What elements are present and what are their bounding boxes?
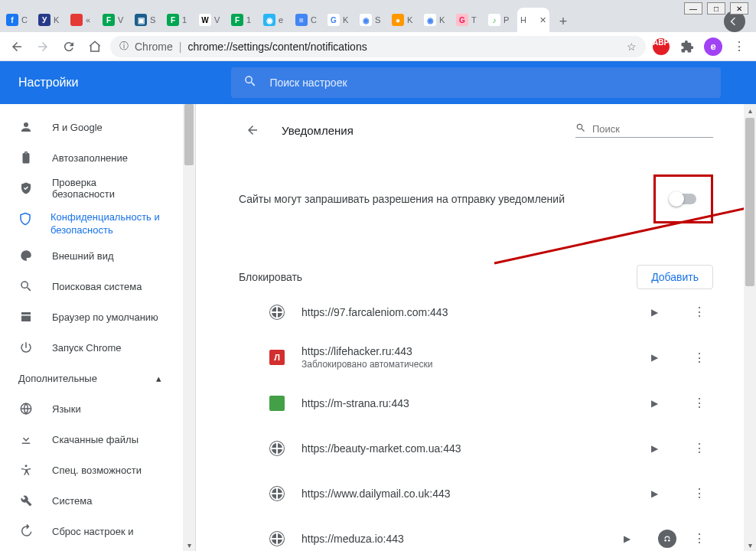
settings-search[interactable] [231, 67, 721, 98]
site-menu-icon[interactable]: ⋮ [686, 346, 713, 370]
tab-favicon: ▣ [135, 14, 147, 26]
globe-icon [269, 486, 285, 501]
address-bar[interactable]: ⓘ Chrome | chrome://settings/content/not… [110, 36, 646, 57]
site-menu-icon[interactable]: ⋮ [686, 481, 713, 505]
browser-tab[interactable]: ◉S [357, 8, 389, 32]
reload-button[interactable] [58, 36, 80, 57]
sidebar-item[interactable]: Спец. возможности [0, 455, 180, 485]
page-title: Уведомления [282, 124, 354, 137]
browser-tab[interactable]: F1 [228, 8, 260, 32]
sidebar-advanced-toggle[interactable]: Дополнительные▴ [0, 363, 180, 393]
tab-label: 1 [246, 15, 251, 24]
browser-tab[interactable]: ♪P [485, 8, 517, 32]
profile-avatar[interactable]: e [702, 36, 724, 57]
browser-tab[interactable]: F1 [164, 8, 196, 32]
browser-tab[interactable]: FV [99, 8, 132, 32]
site-row: https://97.farcaleniom.com:443▶⋮ [239, 289, 713, 334]
bookmark-star-icon[interactable]: ☆ [627, 41, 637, 53]
tab-label: 1 [182, 15, 187, 24]
window-controls: — □ ✕ [684, 2, 748, 15]
scrollbar-thumb[interactable] [184, 104, 194, 165]
browser-tab[interactable]: ◉K [421, 8, 453, 32]
search-icon [18, 279, 34, 294]
scroll-down-icon[interactable]: ▾ [183, 539, 195, 551]
sidebar-item[interactable]: Браузер по умолчанию [0, 302, 180, 332]
site-details-arrow[interactable]: ▶ [651, 488, 658, 499]
sidebar-scrollbar[interactable]: ▴ ▾ [183, 104, 195, 551]
new-tab-button[interactable]: + [552, 11, 574, 32]
browser-tab-active[interactable]: Н✕ [517, 8, 549, 32]
browser-tab[interactable]: УK [35, 8, 67, 32]
site-menu-icon[interactable]: ⋮ [686, 527, 713, 550]
sidebar-item[interactable]: Проверка безопасности [0, 173, 180, 204]
browser-tab[interactable]: fC [3, 8, 35, 32]
sidebar-item[interactable]: Система [0, 485, 180, 516]
close-window-button[interactable]: ✕ [730, 2, 748, 15]
page-search-input[interactable] [592, 123, 721, 135]
sidebar-item[interactable]: Запуск Chrome [0, 332, 180, 363]
browser-tab[interactable]: GT [453, 8, 485, 32]
browser-tab[interactable]: ▣S [132, 8, 164, 32]
close-tab-icon[interactable]: ✕ [539, 15, 546, 25]
download-icon [18, 432, 34, 447]
notifications-toggle[interactable] [670, 194, 696, 204]
minimize-button[interactable]: — [684, 2, 702, 15]
tab-label: K [439, 15, 445, 24]
site-menu-icon[interactable]: ⋮ [686, 391, 713, 415]
sidebar-item[interactable]: Языки [0, 393, 180, 424]
site-menu-icon[interactable]: ⋮ [686, 300, 713, 324]
toggle-label: Сайты могут запрашивать разрешения на от… [239, 193, 565, 205]
site-details-arrow[interactable]: ▶ [651, 352, 658, 363]
sidebar: Я и GoogleАвтозаполнениеПроверка безопас… [0, 104, 196, 551]
page-back-button[interactable] [239, 116, 266, 144]
sidebar-item[interactable]: Автозаполнение [0, 142, 180, 173]
browser-tab[interactable]: ●K [389, 8, 421, 32]
browser-tab[interactable]: ◉e [260, 8, 292, 32]
scrollbar-thumb[interactable] [745, 118, 754, 286]
sidebar-item[interactable]: Скачанные файлы [0, 424, 180, 455]
sidebar-item[interactable]: Конфиденциальность и безопасность [0, 204, 180, 240]
tab-label: C [21, 15, 28, 24]
maximize-button[interactable]: □ [707, 2, 725, 15]
chrome-menu-icon[interactable]: ⋮ [728, 36, 750, 57]
settings-search-input[interactable] [269, 77, 709, 89]
sidebar-item-label: Браузер по умолчанию [52, 311, 158, 323]
add-blocked-button[interactable]: Добавить [637, 265, 713, 289]
site-details-arrow[interactable]: ▶ [651, 443, 658, 454]
sidebar-item[interactable]: Я и Google [0, 112, 180, 142]
clipboard-icon [18, 150, 34, 165]
power-icon [18, 340, 34, 355]
main-scrollbar[interactable]: ▴ ▾ [744, 104, 756, 551]
home-button[interactable] [84, 36, 106, 57]
globe-icon [269, 305, 285, 320]
forward-button[interactable] [32, 36, 54, 57]
scroll-down-icon[interactable]: ▾ [744, 539, 756, 551]
site-menu-icon[interactable]: ⋮ [686, 436, 713, 460]
tab-label: C [311, 15, 317, 24]
scroll-up-icon[interactable]: ▴ [744, 104, 756, 116]
sidebar-item[interactable]: Сброс настроек и [0, 516, 180, 546]
sidebar-item[interactable]: Поисковая система [0, 271, 180, 302]
page-search[interactable] [575, 122, 713, 138]
sidebar-item-label: Сброс настроек и [52, 526, 134, 537]
back-button[interactable] [6, 36, 28, 57]
browser-tab[interactable]: GK [324, 8, 357, 32]
search-icon [243, 74, 257, 91]
site-details-arrow[interactable]: ▶ [651, 398, 658, 409]
site-row: https://beauty-market.com.ua:443▶⋮ [239, 425, 713, 471]
site-details-arrow[interactable]: ▶ [651, 307, 658, 318]
tab-favicon: ● [392, 14, 404, 26]
browser-tab[interactable]: WV [196, 8, 228, 32]
extensions-icon[interactable] [676, 36, 698, 57]
browser-tab[interactable]: ≡C [292, 8, 324, 32]
adblock-extension-icon[interactable]: ABP [650, 36, 672, 57]
sidebar-item[interactable]: Внешний вид [0, 240, 180, 271]
wrench-icon [18, 493, 34, 508]
shield-check-icon [18, 181, 34, 196]
tab-label: S [150, 15, 155, 24]
browser-tab[interactable]: « [67, 8, 99, 32]
tab-favicon [70, 14, 83, 26]
site-favicon [269, 396, 285, 411]
site-info-icon[interactable]: ⓘ [119, 40, 129, 53]
site-details-arrow[interactable]: ▶ [624, 533, 631, 544]
